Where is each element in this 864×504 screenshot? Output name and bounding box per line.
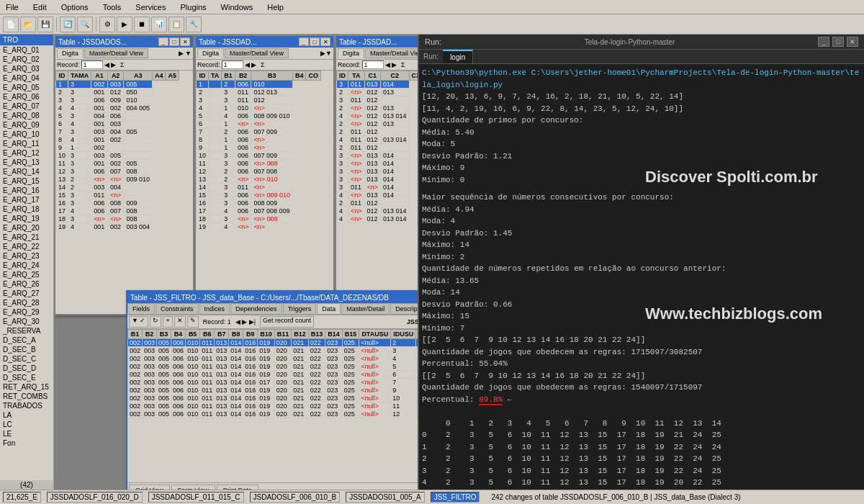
bw-tab-masterdetail[interactable]: Master/Detail	[341, 303, 390, 315]
menu-services[interactable]: Services	[132, 1, 168, 13]
bw-form-view-btn[interactable]: Form View	[171, 485, 215, 490]
bw-tb-edit[interactable]: ✎	[187, 316, 199, 328]
tw2-maximize[interactable]: □	[310, 37, 320, 46]
left-panel-item-dsecd[interactable]: D_SEC_D	[0, 364, 53, 373]
menu-edit[interactable]: Edit	[30, 1, 50, 13]
bw-tb-delete[interactable]: ✕	[174, 316, 186, 328]
left-panel-item-trabados[interactable]: TRABADOS	[0, 401, 53, 410]
tw2-record-input[interactable]	[222, 60, 243, 69]
tw2-grid[interactable]: ID TA B1 B2 B3 B4 CO 1200601023011012 01…	[196, 71, 333, 314]
left-panel-item-arq05[interactable]: E_ARQ_05	[0, 83, 53, 92]
bw-tab-constraints[interactable]: Constraints	[156, 303, 199, 315]
bw-grid-view-btn[interactable]: Grid View	[129, 485, 170, 490]
left-panel-item-arq29[interactable]: E_ARQ_29	[0, 307, 53, 317]
left-panel-item-arq02[interactable]: E_ARQ_02	[0, 55, 53, 64]
left-panel-item-arq04[interactable]: E_ARQ_04	[0, 73, 53, 83]
left-panel-item-arq27[interactable]: E_ARQ_27	[0, 289, 53, 298]
tb-btn8[interactable]: 🔧	[186, 17, 202, 32]
menu-windows[interactable]: Windows	[218, 1, 256, 13]
status-item4[interactable]: JSSDADOS01_005_A	[346, 492, 425, 503]
left-panel-item-arq21[interactable]: E_ARQ_21	[0, 233, 53, 242]
left-panel-item-arq01[interactable]: E_ARQ_01	[0, 45, 53, 55]
left-panel-item-arq12[interactable]: E_ARQ_12	[0, 148, 53, 158]
bw-print-data-btn[interactable]: Print Data	[217, 485, 258, 490]
left-panel-item-arq06[interactable]: E_ARQ_06	[0, 92, 53, 102]
tw1-minimize[interactable]: _	[158, 37, 168, 46]
terminal-minimize[interactable]: _	[818, 37, 829, 47]
terminal-tab-login[interactable]: login	[443, 50, 473, 63]
left-panel-item-arq13[interactable]: E_ARQ_13	[0, 158, 53, 167]
left-panel-item-arq28[interactable]: E_ARQ_28	[0, 298, 53, 307]
bw-tb-filter[interactable]: ▼ ✓	[129, 316, 148, 328]
terminal-maximize[interactable]: □	[832, 37, 844, 47]
tw2-tab-digita[interactable]: Digita	[197, 48, 224, 58]
tw1-tab-digita[interactable]: Digita	[57, 48, 84, 58]
left-panel-item-dsece[interactable]: D_SEC_E	[0, 373, 53, 382]
search-btn[interactable]: 🔍	[77, 17, 93, 32]
left-panel-item-arq26[interactable]: E_ARQ_26	[0, 279, 53, 289]
menu-help[interactable]: Help	[264, 1, 287, 13]
left-panel-item-arq10[interactable]: E_ARQ_10	[0, 130, 53, 139]
left-panel-item-arq14[interactable]: E_ARQ_14	[0, 167, 53, 176]
left-panel-item-arq19[interactable]: E_ARQ_19	[0, 214, 53, 223]
tb-btn4[interactable]: ▶	[117, 17, 132, 32]
left-panel-item-reserva[interactable]: _RESERVA	[0, 326, 53, 336]
tw2-close[interactable]: ✕	[320, 37, 330, 46]
left-panel-item-retarq[interactable]: RET_ARQ_15	[0, 382, 53, 392]
left-panel-item-fon[interactable]: Fon	[0, 438, 53, 448]
tw1-tab-master[interactable]: Master/Detail View	[84, 48, 148, 58]
new-btn[interactable]: 📄	[3, 17, 19, 32]
menu-tools[interactable]: Tools	[100, 1, 125, 13]
left-panel-item-arq24[interactable]: E_ARQ_24	[0, 261, 53, 270]
bw-tab-data[interactable]: Data	[317, 303, 341, 315]
left-panel-item-arq16[interactable]: E_ARQ_16	[0, 186, 53, 195]
bw-get-record-btn[interactable]: Get record count	[260, 316, 314, 328]
left-panel-item-arq03[interactable]: E_ARQ_03	[0, 64, 53, 73]
left-panel-item-le[interactable]: LE	[0, 429, 53, 438]
tw2-tab-master[interactable]: Master/Detail View	[225, 48, 289, 58]
tw1-close[interactable]: ✕	[180, 37, 190, 46]
left-panel-item-arq08[interactable]: E_ARQ_08	[0, 111, 53, 120]
menu-plugins[interactable]: Plugins	[178, 1, 210, 13]
tw3-record-input[interactable]	[362, 60, 384, 69]
bw-tab-description[interactable]: Description	[390, 303, 418, 315]
tw3-tab-digita[interactable]: Digita	[338, 48, 364, 58]
bottom-window-grid[interactable]: B1 B2 B3 B4 B5 B6 B7 B8 B9 B10 B11 B12	[127, 329, 418, 482]
tb-btn5[interactable]: ⏹	[134, 17, 150, 32]
status-item-jss[interactable]: JSS_FILTRO	[431, 492, 480, 503]
tw1-maximize[interactable]: □	[169, 37, 179, 46]
bw-tab-triggers[interactable]: Triggers	[283, 303, 317, 315]
tw1-record-input[interactable]	[81, 60, 103, 69]
menu-options[interactable]: Options	[58, 1, 91, 13]
left-panel-item-arq22[interactable]: E_ARQ_22	[0, 242, 53, 251]
bw-tab-deps[interactable]: Dependencies	[230, 303, 282, 315]
bw-tab-fields[interactable]: Fields	[127, 303, 155, 315]
tb-btn7[interactable]: 📋	[168, 17, 184, 32]
left-panel-item-arq07[interactable]: E_ARQ_07	[0, 102, 53, 111]
left-panel-item-arq09[interactable]: E_ARQ_09	[0, 120, 53, 130]
left-panel-item-arq11[interactable]: E_ARQ_11	[0, 139, 53, 148]
tw1-grid[interactable]: ID TAMA A1 A2 A3 A4 A5 13002003005230010…	[55, 71, 193, 314]
terminal-content[interactable]: C:\Python39\python.exe C:\Users\jether-h…	[419, 64, 864, 490]
save-btn[interactable]: 💾	[37, 17, 53, 32]
left-panel-item-arq30[interactable]: E_ARQ_30	[0, 317, 53, 326]
left-panel-item-arq25[interactable]: E_ARQ_25	[0, 270, 53, 279]
left-panel-item-dsecb[interactable]: D_SEC_B	[0, 345, 53, 354]
tb-btn6[interactable]: 📊	[151, 17, 167, 32]
tw3-grid[interactable]: ID TA C1 C2 C3 C4 30110130142<n>01201330…	[336, 71, 418, 314]
left-panel-item-la[interactable]: LA	[0, 410, 53, 420]
open-btn[interactable]: 📂	[20, 17, 36, 32]
left-panel-item-dsecc[interactable]: D_SEC_C	[0, 354, 53, 364]
tb-btn3[interactable]: ⚙	[99, 17, 115, 32]
bw-tb-refresh[interactable]: ↻	[150, 316, 161, 328]
refresh-btn[interactable]: 🔄	[60, 17, 76, 32]
left-panel-item-arq15[interactable]: E_ARQ_15	[0, 176, 53, 186]
bw-tab-indices[interactable]: Indices	[199, 303, 230, 315]
status-item1[interactable]: JSSDADOSLF_016_020_D	[47, 492, 143, 503]
left-panel-item-dseca[interactable]: D_SEC_A	[0, 336, 53, 345]
left-panel-item-lc[interactable]: LC	[0, 420, 53, 429]
left-panel-item-arq18[interactable]: E_ARQ_18	[0, 204, 53, 214]
tw3-tab-master[interactable]: Master/Detail View	[365, 48, 418, 58]
left-panel-item-arq20[interactable]: E_ARQ_20	[0, 223, 53, 233]
status-item2[interactable]: JSSDADOSLF_011_015_C	[148, 492, 244, 503]
